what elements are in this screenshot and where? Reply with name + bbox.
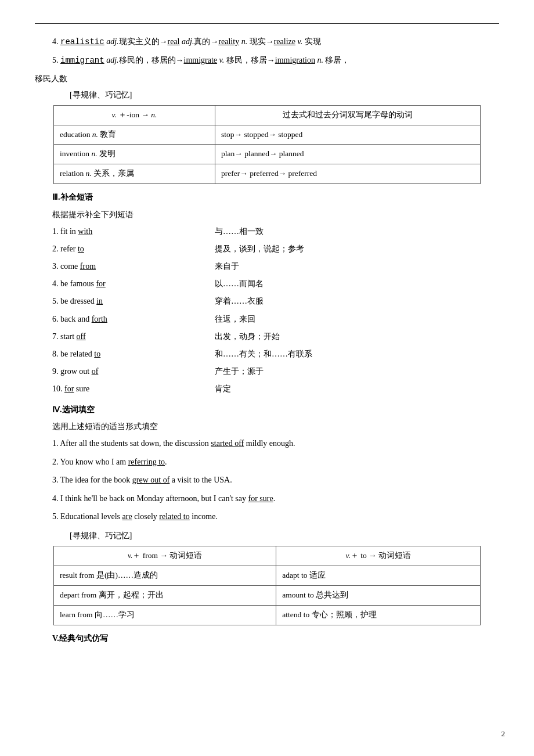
phrase-3-meaning: 来自于 bbox=[215, 259, 499, 273]
phrase-7-meaning: 出发，动身；开始 bbox=[215, 329, 499, 344]
phrase-3: 3. come from 来自于 bbox=[52, 259, 499, 273]
phrase-5: 5. be dressed in 穿着……衣服 bbox=[52, 294, 499, 308]
table2-row3-col2: attend to 专心；照顾，护理 bbox=[276, 605, 481, 625]
phrase-9: 9. grow out of 产生于；源于 bbox=[52, 364, 499, 379]
entry-5-continued: 移民人数 bbox=[35, 71, 499, 86]
table2-row2-col2: amount to 总共达到 bbox=[276, 585, 481, 605]
phrase-8: 8. be related to 和……有关；和……有联系 bbox=[52, 347, 499, 361]
bracket-label-2: [寻规律、巧记忆] bbox=[35, 531, 499, 541]
table1-row3-col2: prefer→ preferred→ preferred bbox=[215, 164, 481, 184]
phrase-10: 10. for sure 肯定 bbox=[52, 381, 499, 396]
table-row: learn from 向……学习 attend to 专心；照顾，护理 bbox=[54, 605, 481, 625]
phrase-3-left: 3. come from bbox=[52, 259, 215, 273]
phrase-2-meaning: 提及，谈到，说起；参考 bbox=[215, 242, 499, 256]
phrase-1: 1. fit in with 与……相一致 bbox=[52, 224, 499, 239]
table2-row3-col1: learn from 向……学习 bbox=[54, 605, 276, 625]
entry-4-word: realistic bbox=[60, 37, 104, 46]
section-v-heading: V.经典句式仿写 bbox=[52, 631, 499, 646]
table1-row2-col2: plan→ planned→ planned bbox=[215, 145, 481, 164]
fill-sentence-2: 2. You know who I am referring to. bbox=[52, 455, 499, 470]
phrase-8-left: 8. be related to bbox=[52, 347, 215, 361]
table2-row2-col1: depart from 离开，起程；开出 bbox=[54, 585, 276, 605]
bracket-label-1: [寻规律、巧记忆] bbox=[35, 90, 499, 100]
entry-4: 4. realistic adj.现实主义的→real adj.真的→reali… bbox=[35, 34, 499, 49]
table-row: relation n. 关系，亲属 prefer→ preferred→ pre… bbox=[54, 164, 481, 184]
section-iv-heading: Ⅳ.选词填空 bbox=[52, 402, 499, 417]
phrase-10-meaning: 肯定 bbox=[215, 381, 499, 396]
fill-sentence-4: 4. I think he'll be back on Monday after… bbox=[52, 491, 499, 507]
phrase-7-left: 7. start off bbox=[52, 329, 215, 344]
entry-5-word: immigrant bbox=[60, 56, 104, 65]
table2-row1-col2: adapt to 适应 bbox=[276, 566, 481, 585]
table2-row1-col1: result from 是(由)……造成的 bbox=[54, 566, 276, 585]
fill-sentence-5: 5. Educational levels are closely relate… bbox=[52, 509, 499, 525]
phrase-6-meaning: 往返，来回 bbox=[215, 312, 499, 326]
phrase-9-meaning: 产生于；源于 bbox=[215, 364, 499, 379]
entry-4-text: adj.现实主义的→real adj.真的→reality n. 现实→real… bbox=[104, 37, 321, 46]
phrase-5-left: 5. be dressed in bbox=[52, 294, 215, 308]
table1-row3-col1: relation n. 关系，亲属 bbox=[54, 164, 215, 184]
fill-sentence-3: 3. The idea for the book grew out of a v… bbox=[52, 473, 499, 488]
phrase-1-meaning: 与……相一致 bbox=[215, 224, 499, 239]
table1-col2-header: 过去式和过去分词双写尾字母的动词 bbox=[215, 105, 481, 125]
section-v: V.经典句式仿写 bbox=[35, 631, 499, 646]
phrase-4-meaning: 以……而闻名 bbox=[215, 276, 499, 291]
table-row: depart from 离开，起程；开出 amount to 总共达到 bbox=[54, 585, 481, 605]
phrase-4: 4. be famous for 以……而闻名 bbox=[52, 276, 499, 291]
section-iii-heading: Ⅲ.补全短语 bbox=[52, 190, 499, 204]
table-1: v. ＋-ion → n. 过去式和过去分词双写尾字母的动词 education… bbox=[53, 105, 481, 185]
table-row: result from 是(由)……造成的 adapt to 适应 bbox=[54, 566, 481, 585]
entry-5-text: adj.移民的，移居的→immigrate v. 移民，移居→immigrati… bbox=[104, 56, 350, 64]
table-2: v.＋ from → 动词短语 v.＋ to → 动词短语 result fro… bbox=[53, 546, 481, 625]
phrase-6-left: 6. back and forth bbox=[52, 312, 215, 326]
top-divider bbox=[35, 23, 499, 24]
phrase-4-left: 4. be famous for bbox=[52, 276, 215, 291]
table1-col1-header: v. ＋-ion → n. bbox=[54, 105, 215, 125]
entry-5-num: 5. bbox=[52, 56, 60, 64]
phrase-9-left: 9. grow out of bbox=[52, 364, 215, 379]
phrase-7: 7. start off 出发，动身；开始 bbox=[52, 329, 499, 344]
table2-col1-header: v.＋ from → 动词短语 bbox=[54, 546, 276, 566]
entry-4-num: 4. bbox=[52, 37, 60, 46]
table2-col2-header: v.＋ to → 动词短语 bbox=[276, 546, 481, 566]
phrase-2: 2. refer to 提及，谈到，说起；参考 bbox=[52, 242, 499, 256]
section-iv-subheading: 选用上述短语的适当形式填空 bbox=[52, 419, 499, 434]
table-row: education n. 教育 stop→ stopped→ stopped bbox=[54, 125, 481, 145]
phrase-8-meaning: 和……有关；和……有联系 bbox=[215, 347, 499, 361]
fill-sentence-1: 1. After all the students sat down, the … bbox=[52, 436, 499, 452]
section-iii: Ⅲ.补全短语 根据提示补全下列短语 1. fit in with 与……相一致 … bbox=[35, 190, 499, 396]
phrase-2-left: 2. refer to bbox=[52, 242, 215, 256]
table1-row1-col1: education n. 教育 bbox=[54, 125, 215, 145]
table1-row2-col1: invention n. 发明 bbox=[54, 145, 215, 164]
phrase-5-meaning: 穿着……衣服 bbox=[215, 294, 499, 308]
table1-row1-col2: stop→ stopped→ stopped bbox=[215, 125, 481, 145]
table-row: invention n. 发明 plan→ planned→ planned bbox=[54, 145, 481, 164]
phrase-1-left: 1. fit in with bbox=[52, 224, 215, 239]
section-iii-subheading: 根据提示补全下列短语 bbox=[52, 207, 499, 222]
phrase-6: 6. back and forth 往返，来回 bbox=[52, 312, 499, 326]
phrase-10-left: 10. for sure bbox=[52, 381, 215, 396]
section-iv: Ⅳ.选词填空 选用上述短语的适当形式填空 1. After all the st… bbox=[35, 402, 499, 525]
entry-5: 5. immigrant adj.移民的，移居的→immigrate v. 移民… bbox=[35, 53, 499, 68]
